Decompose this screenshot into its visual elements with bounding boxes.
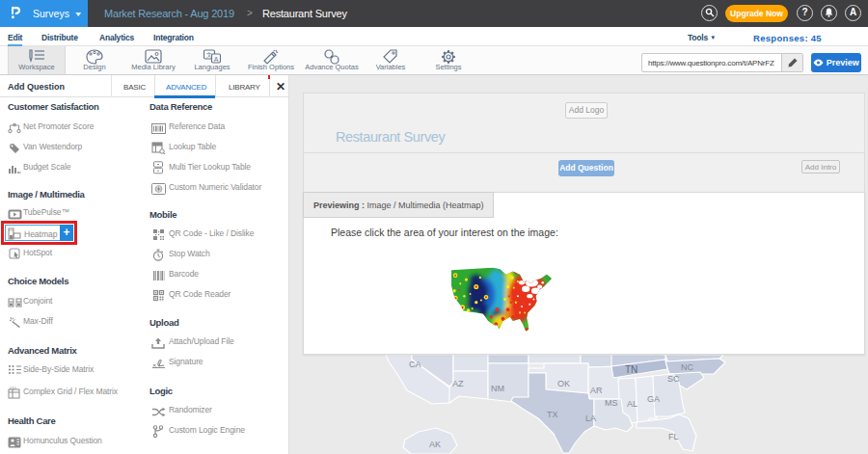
svg-text:CA: CA	[409, 360, 421, 369]
svg-text:TX: TX	[547, 410, 558, 419]
svg-text:NC: NC	[681, 362, 693, 372]
svg-text:A: A	[214, 56, 219, 63]
svg-text:010: 010	[10, 387, 16, 390]
svg-text:SC: SC	[667, 374, 680, 384]
svg-text:AK: AK	[429, 440, 441, 449]
svg-text:AL: AL	[627, 399, 637, 409]
svg-text:FL: FL	[668, 432, 679, 441]
svg-text:GA: GA	[647, 394, 660, 404]
svg-text:文: 文	[206, 51, 212, 58]
svg-text:AR: AR	[590, 386, 603, 395]
svg-text:AZ: AZ	[452, 379, 464, 388]
svg-text:TN: TN	[625, 364, 637, 375]
svg-text:NM: NM	[491, 384, 504, 393]
svg-text:MS: MS	[605, 398, 618, 408]
svg-text:LA: LA	[585, 414, 596, 423]
svg-text:OK: OK	[557, 379, 570, 388]
